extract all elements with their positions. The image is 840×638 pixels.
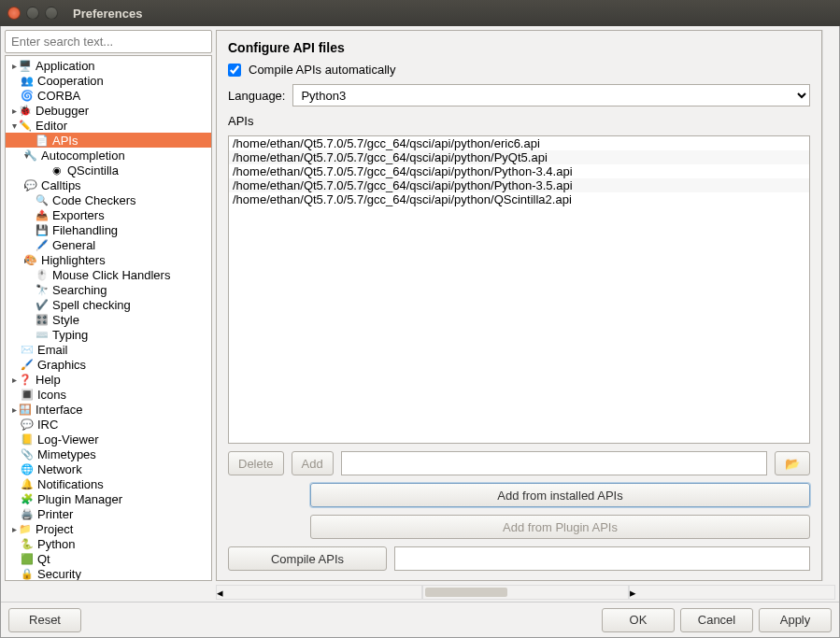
language-select[interactable]: Python3	[292, 84, 810, 106]
tree-item[interactable]: 🔳Icons	[6, 387, 211, 402]
tree-item[interactable]: 🌀CORBA	[6, 88, 211, 103]
tree-item-label: Qt	[37, 552, 50, 566]
tree-item-icon: 🔍	[36, 193, 49, 206]
tree-item[interactable]: 🖨️Printer	[6, 506, 211, 521]
expand-arrow-icon[interactable]: ▸	[7, 524, 19, 534]
page-title: Configure API files	[228, 40, 810, 55]
tree-item-label: Application	[36, 59, 95, 73]
api-file-row[interactable]: /home/ethan/Qt5.7.0/5.7/gcc_64/qsci/api/…	[229, 136, 809, 150]
tree-item[interactable]: ▸🪟Interface	[6, 402, 211, 417]
tree-item[interactable]: ▾✏️Editor	[6, 118, 211, 133]
compile-auto-checkbox[interactable]	[228, 64, 241, 77]
reset-button[interactable]: Reset	[8, 608, 81, 632]
tree-item[interactable]: 📎Mimetypes	[6, 447, 211, 461]
tree-item-label: Plugin Manager	[37, 492, 122, 506]
tree-item-label: Calltips	[41, 178, 81, 192]
maximize-icon[interactable]	[45, 7, 58, 20]
expand-arrow-icon[interactable]: ▸	[7, 106, 19, 116]
tree-item[interactable]: 🧩Plugin Manager	[6, 491, 211, 506]
horizontal-scrollbar[interactable]: ◂ ▸	[216, 585, 835, 600]
api-path-input[interactable]	[341, 451, 767, 475]
tree-item-label: Icons	[37, 388, 66, 402]
add-from-plugin-button[interactable]: Add from Plugin APIs	[310, 515, 810, 539]
right-scrollbar[interactable]	[822, 30, 835, 581]
tree-item[interactable]: ▸❓Help	[6, 372, 211, 387]
tree-item[interactable]: ⌨️Typing	[6, 327, 211, 342]
tree-item[interactable]: 🖊️General	[6, 237, 211, 252]
compile-auto-label: Compile APIs automatically	[249, 63, 396, 77]
tree-item-label: Exporters	[52, 208, 105, 222]
expand-arrow-icon[interactable]: ▸	[7, 255, 24, 265]
tree-item[interactable]: 👥Cooperation	[6, 73, 211, 88]
api-file-row[interactable]: /home/ethan/Qt5.7.0/5.7/gcc_64/qsci/api/…	[229, 150, 809, 164]
tree-item[interactable]: 🎛️Style	[6, 312, 211, 327]
tree-item[interactable]: ▸📁Project	[6, 521, 211, 536]
tree-item[interactable]: ◉QScintilla	[6, 163, 211, 177]
search-input[interactable]	[5, 30, 212, 53]
minimize-icon[interactable]	[26, 7, 39, 20]
cancel-button[interactable]: Cancel	[680, 608, 753, 632]
tree-item[interactable]: 🖌️Graphics	[6, 357, 211, 372]
tree-item[interactable]: ▾🔧Autocompletion	[6, 148, 211, 163]
add-from-installed-button[interactable]: Add from installed APIs	[310, 483, 810, 507]
apply-button[interactable]: Apply	[759, 608, 832, 632]
expand-arrow-icon[interactable]: ▸	[7, 404, 19, 415]
scroll-right-icon[interactable]: ▸	[629, 585, 835, 600]
tree-item[interactable]: 🔔Notifications	[6, 476, 211, 491]
preferences-tree[interactable]: ▸🖥️Application👥Cooperation🌀CORBA▸🐞Debugg…	[5, 55, 212, 581]
tree-item-icon: 🐞	[19, 104, 32, 117]
tree-item[interactable]: 🔭Searching	[6, 282, 211, 297]
tree-item[interactable]: ▸🐞Debugger	[6, 103, 211, 118]
api-file-row[interactable]: /home/ethan/Qt5.7.0/5.7/gcc_64/qsci/api/…	[229, 192, 809, 206]
tree-item[interactable]: 💾Filehandling	[6, 222, 211, 237]
close-icon[interactable]	[7, 7, 21, 20]
browse-button[interactable]: 📂	[775, 451, 810, 475]
tree-item[interactable]: 🔍Code Checkers	[6, 192, 211, 207]
api-file-row[interactable]: /home/ethan/Qt5.7.0/5.7/gcc_64/qsci/api/…	[229, 178, 809, 192]
tree-item[interactable]: ▸🖥️Application	[6, 58, 211, 73]
expand-arrow-icon[interactable]: ▾	[7, 121, 19, 131]
tree-item-label: Code Checkers	[52, 193, 136, 207]
tree-item[interactable]: ▸💬Calltips	[6, 177, 211, 192]
tree-item-icon: ❓	[19, 373, 32, 386]
tree-item-icon: 🎨	[24, 253, 37, 266]
tree-item[interactable]: ✔️Spell checking	[6, 297, 211, 312]
ok-button[interactable]: OK	[602, 608, 675, 632]
api-file-row[interactable]: /home/ethan/Qt5.7.0/5.7/gcc_64/qsci/api/…	[229, 164, 809, 178]
tree-item-icon: ✔️	[36, 298, 49, 311]
tree-item[interactable]: 📒Log-Viewer	[6, 432, 211, 447]
expand-arrow-icon[interactable]: ▸	[7, 180, 24, 191]
tree-item-label: Mouse Click Handlers	[52, 268, 170, 282]
api-files-list[interactable]: /home/ethan/Qt5.7.0/5.7/gcc_64/qsci/api/…	[228, 135, 810, 444]
tree-item-label: Mimetypes	[37, 447, 96, 461]
scroll-left-icon[interactable]: ◂	[216, 585, 422, 600]
window-title: Preferences	[73, 7, 142, 21]
tree-item[interactable]: 🖱️Mouse Click Handlers	[6, 267, 211, 282]
expand-arrow-icon[interactable]: ▸	[7, 61, 19, 71]
tree-item-icon: 💾	[36, 223, 49, 236]
tree-item[interactable]: 💬IRC	[6, 417, 211, 432]
tree-item-label: Style	[52, 313, 79, 327]
tree-item-icon: 👥	[21, 74, 34, 87]
tree-item-icon: 🧩	[21, 492, 34, 505]
delete-button[interactable]: Delete	[228, 451, 284, 475]
tree-item[interactable]: ▸🎨Highlighters	[6, 252, 211, 267]
tree-item-label: Security	[37, 567, 81, 581]
tree-item-icon: 🌐	[21, 462, 34, 475]
tree-item-icon: 📁	[19, 522, 32, 535]
expand-arrow-icon[interactable]: ▾	[7, 150, 24, 161]
tree-item[interactable]: 🐍Python	[6, 536, 211, 551]
add-button[interactable]: Add	[292, 451, 334, 475]
tree-item[interactable]: 🌐Network	[6, 461, 211, 476]
tree-item[interactable]: 🔒Security	[6, 566, 211, 581]
tree-item-label: Notifications	[37, 477, 104, 491]
expand-arrow-icon[interactable]: ▸	[7, 375, 19, 385]
compile-apis-button[interactable]: Compile APIs	[228, 546, 387, 571]
tree-item-icon: 🌀	[21, 89, 34, 102]
tree-item[interactable]: 📄APIs	[6, 133, 211, 148]
tree-item-label: Searching	[52, 283, 107, 297]
tree-item[interactable]: 🟩Qt	[6, 551, 211, 566]
tree-item-label: Printer	[37, 507, 73, 521]
tree-item[interactable]: ✉️Email	[6, 342, 211, 357]
tree-item[interactable]: 📤Exporters	[6, 207, 211, 222]
